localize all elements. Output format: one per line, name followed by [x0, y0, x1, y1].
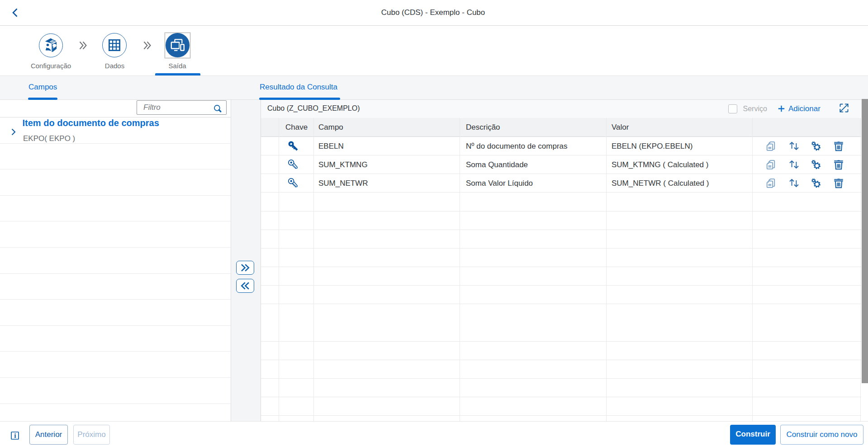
- svg-text:i: i: [14, 432, 16, 439]
